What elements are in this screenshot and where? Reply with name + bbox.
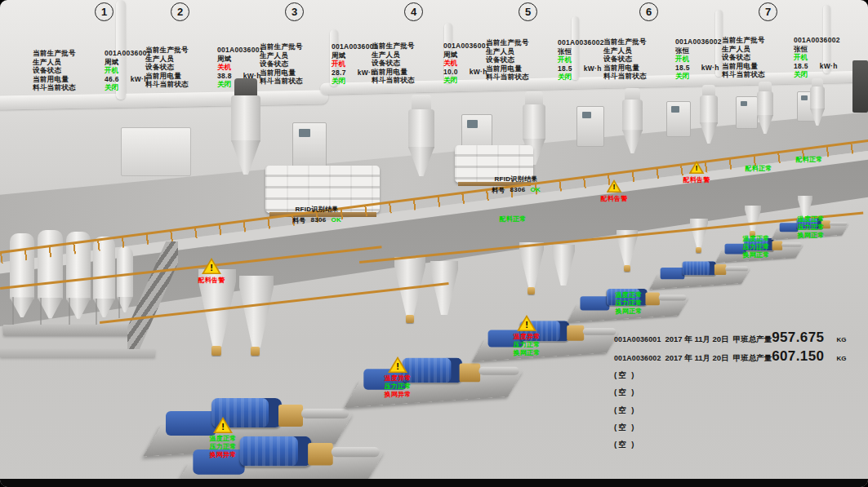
operator-value: 张恒 bbox=[794, 45, 808, 54]
power-value: 18.5 bbox=[794, 62, 808, 71]
hopper-status-value: 关闭 bbox=[105, 83, 119, 92]
device-status-label: 设备状态 bbox=[145, 63, 217, 72]
hopper-status-label: 料斗当前状态 bbox=[145, 80, 217, 89]
power-value: 10.0 bbox=[443, 68, 458, 77]
alarm-text: 配料告警 bbox=[198, 276, 225, 285]
batching-alarm-2[interactable]: ! 配料告警 bbox=[590, 179, 638, 203]
batch-value: 001A0036001 bbox=[217, 46, 264, 55]
power-value: 18.5 bbox=[675, 64, 690, 73]
total-batch: 001A0036001 bbox=[614, 335, 661, 343]
mixer-cabinet[interactable] bbox=[121, 127, 191, 176]
empty-slot: (空 ) bbox=[614, 440, 849, 457]
line-number-1: 1 bbox=[95, 2, 114, 21]
barrel bbox=[479, 367, 519, 375]
staircase[interactable] bbox=[127, 241, 178, 349]
gearbox bbox=[567, 325, 584, 341]
valve[interactable] bbox=[211, 346, 221, 356]
hopper-status-value: 关闭 bbox=[443, 76, 458, 85]
feed-hopper[interactable] bbox=[519, 242, 544, 288]
cyclone-cone bbox=[757, 115, 773, 134]
extruder-status-line6[interactable]: 温度正常 压力正常 换网正常 bbox=[732, 235, 780, 259]
edge-cabinet bbox=[852, 60, 868, 113]
operator-label: 生产人员 bbox=[260, 51, 332, 60]
operator-value: 周斌 bbox=[332, 51, 346, 60]
batching-ok-label: 配料正常 bbox=[735, 164, 782, 173]
motor bbox=[683, 261, 716, 275]
extruder-status-line4[interactable]: 温度正常 压力正常 换网正常 bbox=[605, 291, 652, 316]
rfid-title: RFID识别结果 bbox=[282, 205, 352, 214]
pressure-status: 压力正常 bbox=[384, 383, 411, 391]
control-cabinet-2[interactable] bbox=[292, 122, 327, 170]
screen-changer-status: 换网正常 bbox=[742, 251, 769, 259]
total-shift-label: 甲班总产量 bbox=[733, 334, 772, 345]
valve[interactable] bbox=[251, 347, 260, 356]
power-label: 当前用电量 bbox=[145, 72, 217, 81]
gearbox bbox=[714, 264, 726, 275]
power-unit: kW·h bbox=[584, 64, 602, 73]
extruder-status-line1[interactable]: ! 温度正常 压力正常 换网异常 bbox=[199, 417, 247, 459]
valve[interactable] bbox=[624, 265, 630, 272]
power-value: 28.7 bbox=[332, 69, 346, 77]
feed-hopper[interactable] bbox=[239, 276, 274, 348]
cyclone-separator-5[interactable] bbox=[700, 85, 718, 144]
barrel bbox=[781, 243, 801, 247]
line-info-panel-7: 当前生产批号001A0036002 生产人员张恒 设备状态开机 当前用电量18.… bbox=[722, 36, 848, 79]
device-status-value: 开机 bbox=[105, 66, 119, 75]
line-number-text: 4 bbox=[411, 6, 416, 18]
cyclone-separator-2[interactable] bbox=[408, 95, 434, 176]
device-status-label: 设备状态 bbox=[372, 59, 443, 68]
batch-label: 当前生产批号 bbox=[603, 38, 675, 46]
line-info-panel-2: 当前生产批号001A0036001 生产人员周斌 设备状态关机 当前用电量38.… bbox=[145, 46, 271, 89]
hopper-status-value: 关闭 bbox=[675, 72, 690, 81]
hopper-status-value: 关闭 bbox=[217, 80, 232, 89]
screen-changer-status: 换网正常 bbox=[615, 308, 642, 316]
cyclone-separator-4[interactable] bbox=[622, 88, 643, 153]
screen-changer-status: 换网异常 bbox=[384, 391, 411, 399]
extruder-status-line7[interactable]: 温度正常 压力正常 换网正常 bbox=[787, 215, 835, 240]
total-unit: KG bbox=[836, 336, 849, 343]
device-status-value: 关机 bbox=[217, 63, 232, 72]
extruder-status-line3[interactable]: ! 温度异常 压力正常 换网正常 bbox=[503, 315, 550, 357]
empty-slot: (空 ) bbox=[614, 387, 849, 405]
line-number-text: 2 bbox=[177, 6, 183, 18]
valve[interactable] bbox=[406, 315, 414, 323]
cyclone-separator-1[interactable] bbox=[231, 78, 260, 175]
batch-label: 当前生产批号 bbox=[145, 46, 217, 55]
batch-label: 当前生产批号 bbox=[372, 42, 443, 51]
operator-value: 周斌 bbox=[443, 51, 458, 60]
feed-hopper[interactable] bbox=[430, 261, 458, 315]
power-unit: kW·h bbox=[701, 64, 719, 73]
batching-alarm-3[interactable]: ! 配料告警 bbox=[673, 161, 720, 184]
rfid-result-1: RFID识别结果 料号8306OK bbox=[282, 205, 352, 225]
operator-value: 张恒 bbox=[558, 47, 572, 56]
batch-label: 当前生产批号 bbox=[260, 42, 332, 51]
line-number-3: 3 bbox=[285, 2, 304, 21]
control-cabinet-4[interactable] bbox=[576, 106, 604, 147]
silo-legs bbox=[118, 297, 131, 318]
cyclone-separator-7[interactable] bbox=[810, 78, 825, 126]
cyclone-body bbox=[408, 109, 434, 148]
total-date: 2017 年 11月 20日 bbox=[665, 353, 728, 364]
cyclone-cone bbox=[700, 122, 718, 144]
storage-silo[interactable] bbox=[117, 246, 133, 318]
alarm-text: 配料告警 bbox=[683, 175, 710, 184]
device-status-value: 开机 bbox=[332, 60, 346, 69]
feed-hopper[interactable] bbox=[690, 219, 708, 248]
extruder-status-line2[interactable]: ! 温度异常 压力正常 换网异常 bbox=[374, 356, 421, 399]
control-cabinet-5[interactable] bbox=[666, 101, 691, 137]
hopper-status-value: 关闭 bbox=[558, 73, 572, 82]
cyclone-cone bbox=[622, 130, 643, 153]
total-batch: 001A0036002 bbox=[614, 354, 661, 362]
warning-triangle-icon: ! bbox=[202, 258, 221, 274]
device-status-label: 设备状态 bbox=[722, 53, 794, 62]
pressure-status: 压力正常 bbox=[209, 443, 236, 451]
valve[interactable] bbox=[527, 287, 535, 294]
pressure-status: 压力正常 bbox=[797, 224, 824, 232]
empty-slot: (空 ) bbox=[614, 405, 849, 423]
device-status-value: 开机 bbox=[675, 55, 690, 64]
control-cabinet-6[interactable] bbox=[736, 96, 758, 129]
batching-alarm-1[interactable]: ! 配料告警 bbox=[188, 258, 235, 285]
power-unit: kW·h bbox=[820, 62, 838, 71]
total-unit: KG bbox=[836, 355, 849, 362]
cyclone-separator-6[interactable] bbox=[757, 82, 773, 134]
